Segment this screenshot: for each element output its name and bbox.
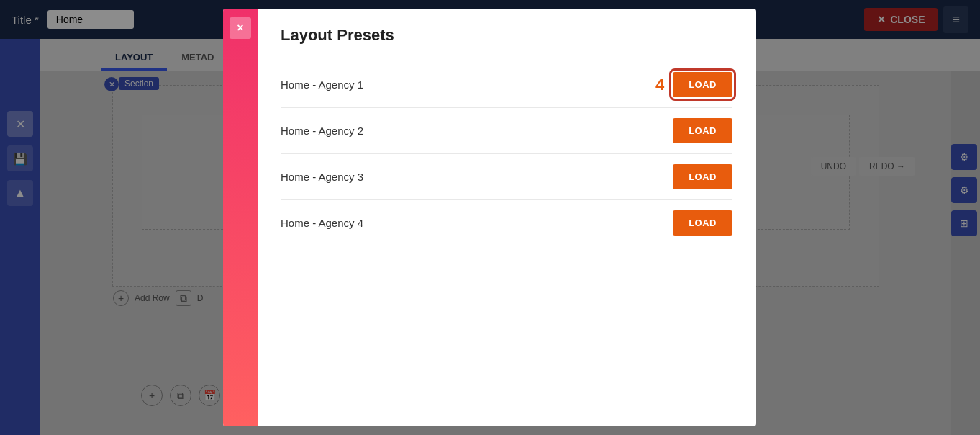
preset-row-3: Home - Agency 3 LOAD [281, 154, 732, 200]
preset-name-4: Home - Agency 4 [281, 217, 664, 229]
preset-name-2: Home - Agency 2 [281, 125, 664, 137]
preset-name-3: Home - Agency 3 [281, 171, 664, 183]
load-button-4[interactable]: LOAD [673, 210, 732, 236]
modal-body: Layout Presets Home - Agency 1 4 LOAD Ho… [258, 9, 756, 426]
load-button-1[interactable]: LOAD [673, 72, 732, 97]
preset-badge-1: 4 [655, 76, 664, 94]
modal-close-icon: × [237, 22, 243, 35]
layout-presets-modal: × Layout Presets Home - Agency 1 4 LOAD … [223, 9, 756, 426]
modal-close-button[interactable]: × [230, 17, 251, 39]
modal-title: Layout Presets [281, 26, 732, 45]
modal-sidebar: × [223, 9, 258, 426]
load-button-2[interactable]: LOAD [673, 118, 732, 143]
preset-row-2: Home - Agency 2 LOAD [281, 108, 732, 154]
preset-row-1: Home - Agency 1 4 LOAD [281, 62, 732, 108]
preset-row-4: Home - Agency 4 LOAD [281, 200, 732, 246]
load-button-3[interactable]: LOAD [673, 164, 732, 189]
preset-name-1: Home - Agency 1 [281, 79, 655, 91]
